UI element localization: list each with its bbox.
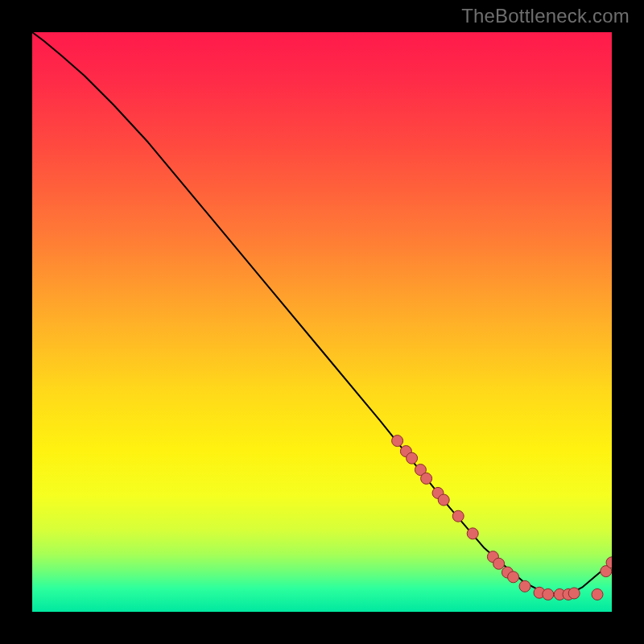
data-marker: [421, 473, 432, 484]
data-marker: [438, 494, 449, 506]
data-marker: [392, 436, 403, 447]
data-marker: [592, 588, 603, 600]
watermark-label: TheBottleneck.com: [461, 5, 630, 27]
plot-background: [32, 32, 612, 612]
data-marker: [467, 528, 478, 539]
data-marker: [568, 588, 580, 599]
data-marker: [407, 452, 418, 464]
data-marker: [493, 558, 505, 569]
data-marker: [452, 510, 464, 522]
plot-area: [32, 32, 612, 612]
data-marker: [543, 588, 554, 600]
plot-svg: [32, 32, 612, 612]
chart-frame: TheBottleneck.com: [0, 0, 644, 644]
data-marker: [508, 572, 519, 583]
data-marker: [519, 580, 530, 592]
